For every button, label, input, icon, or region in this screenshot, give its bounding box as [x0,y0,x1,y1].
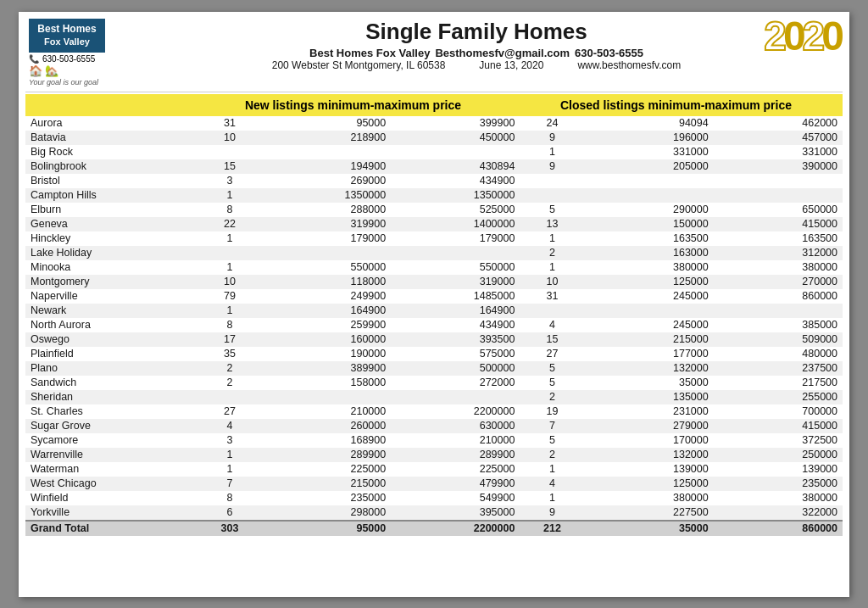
table-row: Aurora31950003999002494094462000 [25,116,843,131]
header: Best Homes Fox Valley 📞 630-503-6555 🏠 🏡… [19,12,849,90]
logo-line2: Fox Valley [36,36,98,48]
table-row: Winfield82350005499001380000380000 [25,491,843,505]
address-row: 200 Webster St Montgomery, IL 60538 June… [114,59,839,71]
website: www.besthomesfv.com [577,59,681,71]
contact-row: Best Homes Fox Valley Besthomesfv@gmail.… [114,47,839,59]
table-row: Lake Holiday2163000312000 [25,246,843,260]
table-row: Sugar Grove42600006300007279000415000 [25,419,843,433]
table-row: Newark1164900164900 [25,304,843,318]
table-row: Waterman12250002250001139000139000 [25,462,843,477]
address: 200 Webster St Montgomery, IL 60538 [272,59,446,71]
table-row: Sycamore31689002100005170000372500 [25,433,843,448]
phone-icon: 📞 [29,54,39,64]
main-page: Best Homes Fox Valley 📞 630-503-6555 🏠 🏡… [19,12,849,597]
table-row: West Chicago72150004799004125000235000 [25,477,843,491]
phone-top: 630-503-6555 [42,54,95,64]
page-title: Single Family Homes [114,19,839,45]
email: Besthomesfv@gmail.com [435,47,570,59]
table-row: Elburn82880005250005290000650000 [25,203,843,217]
table-row: North Aurora82599004349004245000385000 [25,318,843,332]
new-listings-header: New listings minimum-maximum price [192,98,515,112]
table-row: Hinckley11790001790001163500163500 [25,231,843,246]
section-headers: New listings minimum-maximum price Close… [25,94,843,116]
table-row: Bristol3269000434900 [25,174,843,188]
home-icon1: 🏠 [29,64,42,77]
tagline: Your goal is our goal [29,78,98,86]
table-row: Batavia102189004500009196000457000 [25,131,843,145]
table-row: Big Rock1331000331000 [25,145,843,159]
closed-listings-header: Closed listings minimum-maximum price [515,98,837,112]
table-row: Minooka15500005500001380000380000 [25,260,843,275]
table-row: Naperville79249900148500031245000860000 [25,289,843,304]
data-table: Aurora31950003999002494094462000Batavia1… [25,116,843,536]
table-row: Plano23899005000005132000237500 [25,361,843,376]
table-row: Bolingbrook151949004308949205000390000 [25,159,843,174]
table-row: Montgomery1011800031900010125000270000 [25,275,843,289]
grand-total-row: Grand Total30395000220000021235000860000 [25,521,843,536]
table-row: Campton Hills113500001350000 [25,188,843,203]
year-logo: 2020 [764,16,841,57]
phone: 630-503-6555 [575,47,643,59]
table-row: Geneva22319900140000013150000415000 [25,217,843,231]
title-section: Single Family Homes Best Homes Fox Valle… [114,19,839,71]
table-row: Sandwich2158000272000535000217500 [25,376,843,390]
table-row: Yorkville62980003950009227500322000 [25,505,843,521]
home-icon2: 🏡 [45,64,58,77]
table-row: Oswego1716000039350015215000509000 [25,332,843,347]
table-row: Warrenville12899002899002132000250000 [25,448,843,462]
company-logo: Best Homes Fox Valley [29,19,105,53]
date: June 13, 2020 [479,59,543,71]
logo-line1: Best Homes [36,22,98,36]
table-row: Sheridan2135000255000 [25,390,843,404]
table-row: St. Charles27210000220000019231000700000 [25,404,843,419]
table-row: Plainfield3519000057500027177000480000 [25,347,843,361]
company-name: Best Homes Fox Valley [309,47,430,59]
